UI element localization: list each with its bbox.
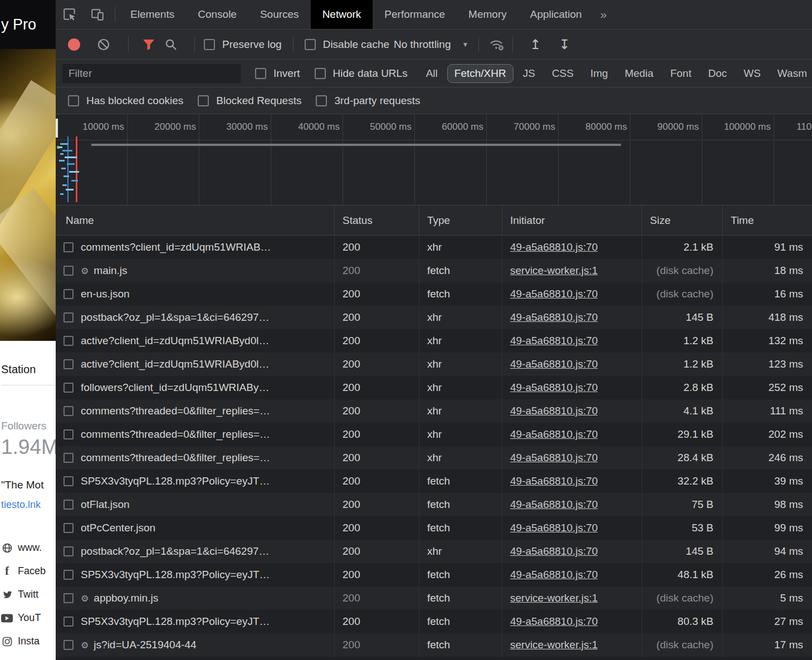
bio-link[interactable]: tiesto.lnk (1, 499, 56, 511)
initiator-link[interactable]: 49-a5a68810.js:70 (510, 382, 598, 394)
initiator-link[interactable]: 49-a5a68810.js:70 (510, 288, 598, 300)
filter-input[interactable] (62, 64, 241, 83)
row-checkbox[interactable] (63, 476, 74, 486)
filter-chip-img[interactable]: Img (583, 64, 615, 83)
request-row[interactable]: SP5X3v3tyqPL.128.mp3?Policy=eyJT…200fetc… (56, 563, 812, 586)
row-checkbox[interactable] (63, 640, 74, 650)
disable-cache-checkbox[interactable]: Disable cache (305, 38, 389, 51)
initiator-link[interactable]: 49-a5a68810.js:70 (510, 358, 598, 370)
initiator-link[interactable]: 49-a5a68810.js:70 (510, 428, 598, 441)
column-header-initiator[interactable]: Initiator (502, 206, 642, 235)
request-row[interactable]: comments?threaded=0&filter_replies=…200x… (56, 446, 812, 470)
row-checkbox[interactable] (63, 570, 74, 580)
row-checkbox[interactable] (63, 593, 74, 603)
tab-memory[interactable]: Memory (457, 0, 518, 29)
checkbox[interactable] (198, 95, 209, 106)
request-row[interactable]: ⚙main.js200fetchservice-worker.js:1(disk… (56, 259, 812, 282)
row-checkbox[interactable] (63, 359, 74, 369)
request-row[interactable]: active?client_id=zdUqm51WRIAByd0l…200xhr… (56, 329, 812, 353)
request-row[interactable]: comments?threaded=0&filter_replies=…200x… (56, 399, 812, 423)
social-link-facebook[interactable]: f Faceb (1, 565, 56, 577)
row-checkbox[interactable] (63, 289, 74, 299)
row-checkbox[interactable] (63, 546, 74, 556)
initiator-link[interactable]: 49-a5a68810.js:70 (510, 452, 598, 464)
request-row[interactable]: postback?oz_pl=1&spa=1&ci=646297…200xhr4… (56, 540, 812, 563)
column-header-time[interactable]: Time (722, 206, 812, 235)
filter-chip-all[interactable]: All (419, 64, 445, 83)
filter-chip-css[interactable]: CSS (545, 64, 581, 83)
filter-chip-ws[interactable]: WS (736, 64, 768, 83)
column-header-name[interactable]: Name (56, 206, 334, 235)
preserve-log-checkbox[interactable]: Preserve log (204, 38, 282, 51)
network-conditions-icon[interactable] (489, 38, 505, 51)
request-row[interactable]: postback?oz_pl=1&spa=1&ci=646297…200xhr4… (56, 306, 812, 329)
tab-elements[interactable]: Elements (119, 0, 186, 29)
overview-handle[interactable] (56, 119, 58, 138)
request-row[interactable]: otFlat.json200fetch49-a5a68810.js:7075 B… (56, 493, 812, 516)
hide-data-urls-checkbox[interactable]: Hide data URLs (315, 67, 408, 80)
initiator-link[interactable]: 49-a5a68810.js:70 (510, 569, 598, 581)
checkbox[interactable] (305, 39, 316, 50)
filter-chip-js[interactable]: JS (516, 64, 542, 83)
filter-chip-font[interactable]: Font (663, 64, 698, 83)
request-row[interactable]: ⚙js?id=UA-2519404-44200fetchservice-work… (56, 633, 812, 657)
timeline-overview[interactable]: 10000 ms20000 ms30000 ms40000 ms50000 ms… (56, 114, 812, 206)
import-har-icon[interactable]: ↥ (521, 37, 550, 52)
row-checkbox[interactable] (63, 429, 74, 439)
column-header-size[interactable]: Size (642, 206, 722, 235)
column-header-status[interactable]: Status (334, 206, 419, 235)
row-checkbox[interactable] (63, 406, 74, 416)
initiator-link[interactable]: service-worker.js:1 (510, 592, 598, 604)
filter-toggle-button[interactable] (142, 38, 155, 51)
request-row[interactable]: otPcCenter.json200fetch49-a5a68810.js:70… (56, 516, 812, 540)
row-checkbox[interactable] (63, 266, 74, 276)
social-link-youtube[interactable]: YouT (1, 612, 56, 624)
row-checkbox[interactable] (63, 500, 74, 510)
request-row[interactable]: en-us.json200fetch49-a5a68810.js:70(disk… (56, 282, 812, 306)
checkbox[interactable] (204, 39, 215, 50)
row-checkbox[interactable] (63, 336, 74, 346)
filter-checkbox-has-blocked-cookies[interactable]: Has blocked cookies (68, 95, 183, 107)
checkbox[interactable] (68, 95, 79, 106)
initiator-link[interactable]: 49-a5a68810.js:70 (510, 615, 598, 628)
initiator-link[interactable]: service-worker.js:1 (510, 265, 598, 277)
tab-application[interactable]: Application (518, 0, 594, 29)
checkbox[interactable] (316, 95, 327, 106)
initiator-link[interactable]: 49-a5a68810.js:70 (510, 545, 598, 558)
search-button[interactable] (164, 38, 178, 51)
filter-chip-doc[interactable]: Doc (701, 64, 734, 83)
invert-checkbox[interactable]: Invert (255, 67, 300, 80)
initiator-link[interactable]: 49-a5a68810.js:70 (510, 335, 598, 347)
initiator-link[interactable]: 49-a5a68810.js:70 (510, 311, 598, 324)
filter-checkbox-blocked-requests[interactable]: Blocked Requests (198, 95, 301, 107)
request-row[interactable]: SP5X3v3tyqPL.128.mp3?Policy=eyJT…200fetc… (56, 610, 812, 633)
social-link-instagram[interactable]: Insta (1, 635, 56, 647)
initiator-link[interactable]: service-worker.js:1 (510, 639, 598, 651)
throttling-select[interactable]: No throttling ▼ (394, 38, 468, 51)
row-checkbox[interactable] (63, 312, 74, 322)
row-checkbox[interactable] (63, 453, 74, 463)
request-row[interactable]: ⚙appboy.min.js200fetchservice-worker.js:… (56, 586, 812, 610)
filter-chip-media[interactable]: Media (618, 64, 661, 83)
tab-console[interactable]: Console (186, 0, 248, 29)
request-row[interactable]: comments?client_id=zdUqm51WRIAB…200xhr49… (56, 236, 812, 259)
column-header-type[interactable]: Type (419, 206, 502, 235)
export-har-icon[interactable]: ↧ (550, 37, 579, 52)
row-checkbox[interactable] (63, 242, 74, 252)
initiator-link[interactable]: 49-a5a68810.js:70 (510, 522, 598, 534)
filter-chip-wasm[interactable]: Wasm (770, 64, 812, 83)
social-link-website[interactable]: www. (1, 542, 56, 554)
request-row[interactable]: comments?threaded=0&filter_replies=…200x… (56, 423, 812, 446)
request-row[interactable]: followers?client_id=zdUqm51WRIABy…200xhr… (56, 376, 812, 399)
more-tabs-chevron-icon[interactable]: » (594, 0, 614, 29)
initiator-link[interactable]: 49-a5a68810.js:70 (510, 498, 598, 511)
checkbox[interactable] (255, 68, 266, 79)
row-checkbox[interactable] (63, 523, 74, 533)
inspect-element-button[interactable] (56, 0, 84, 29)
tab-performance[interactable]: Performance (373, 0, 457, 29)
checkbox[interactable] (315, 68, 326, 79)
row-checkbox[interactable] (63, 383, 74, 393)
tab-network[interactable]: Network (311, 0, 373, 29)
initiator-link[interactable]: 49-a5a68810.js:70 (510, 405, 598, 417)
filter-chip-fetch-xhr[interactable]: Fetch/XHR (447, 64, 513, 83)
